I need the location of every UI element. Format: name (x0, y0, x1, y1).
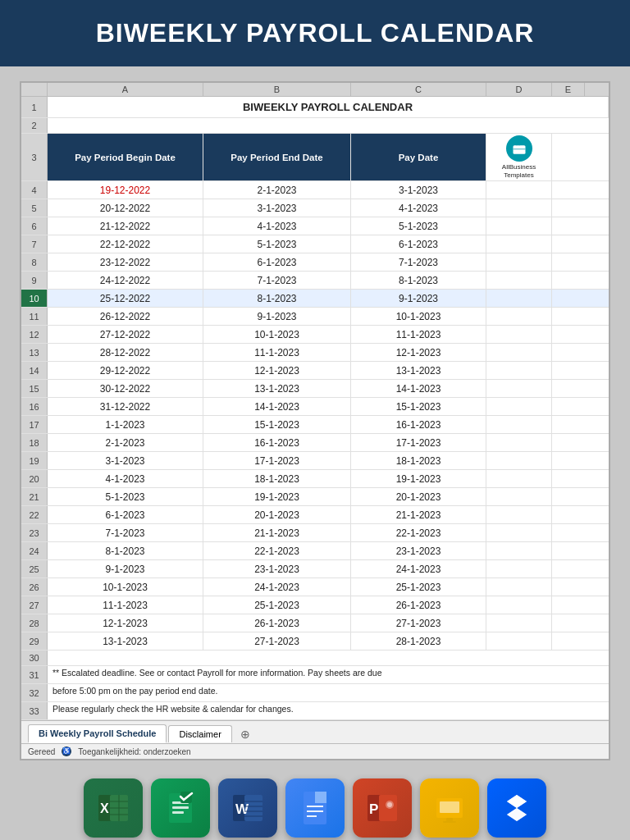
table-row: 5 20-12-2022 3-1-2023 4-1-2023 (21, 199, 609, 217)
sheets-icon-button[interactable] (151, 778, 210, 838)
status-bar: Gereed ♿ Toegankelijkheid: onderzoeken (21, 743, 609, 759)
cell-pay-date: 7-1-2023 (351, 253, 486, 271)
spreadsheet-container: A B C D E 1 BIWEEKLY PAYROLL CALENDAR 2 … (20, 81, 610, 760)
docs-icon-button[interactable] (285, 778, 345, 838)
cell-end-date: 27-1-2023 (203, 632, 351, 650)
row-num-20: 20 (21, 470, 48, 487)
cell-begin-date: 20-12-2022 (48, 199, 203, 217)
cell-d (486, 199, 552, 217)
row-2: 2 (21, 118, 609, 134)
cell-end-date: 14-1-2023 (203, 398, 351, 415)
row-num-24: 24 (21, 542, 48, 559)
slides-icon-button[interactable] (420, 778, 479, 838)
cell-d (486, 380, 552, 397)
cell-d (486, 452, 552, 469)
cell-pay-date: 5-1-2023 (351, 217, 486, 235)
row-num-header (21, 83, 48, 96)
logo-cell: AllBusinessTemplates (486, 134, 552, 180)
cell-end-date: 15-1-2023 (203, 416, 351, 433)
table-row: 6 21-12-2022 4-1-2023 5-1-2023 (21, 217, 609, 235)
svg-point-30 (387, 802, 392, 807)
cell-pay-date: 12-1-2023 (351, 344, 486, 361)
cell-d (486, 398, 552, 415)
cell-begin-date: 29-12-2022 (48, 362, 203, 379)
col-c-header: C (351, 83, 486, 96)
cell-pay-date: 10-1-2023 (351, 308, 486, 325)
col-b-header: B (203, 83, 351, 96)
word-icon-button[interactable]: W (218, 778, 277, 838)
cell-end-date: 19-1-2023 (203, 488, 351, 505)
cell-d (486, 344, 552, 361)
powerpoint-icon-button[interactable]: P (353, 778, 412, 838)
cell-begin-date: 11-1-2023 (48, 596, 203, 614)
cell-pay-date: 26-1-2023 (351, 596, 486, 614)
cell-d (486, 506, 552, 523)
svg-rect-22 (315, 792, 326, 803)
table-row: 14 29-12-2022 12-1-2023 13-1-2023 (21, 362, 609, 380)
dropbox-icon-button[interactable] (487, 778, 546, 838)
cell-end-date: 3-1-2023 (203, 199, 351, 217)
logo-icon (506, 135, 532, 162)
cell-end-date: 9-1-2023 (203, 308, 351, 325)
cell-d (486, 560, 552, 578)
cell-d (486, 542, 552, 559)
cell-end-date: 10-1-2023 (203, 326, 351, 343)
cell-pay-date: 18-1-2023 (351, 452, 486, 469)
col-e-header: E (552, 83, 585, 96)
cell-begin-date: 2-1-2023 (48, 434, 203, 451)
table-row: 19 3-1-2023 17-1-2023 18-1-2023 (21, 452, 609, 470)
cell-end-date: 11-1-2023 (203, 344, 351, 361)
row-num-5: 5 (21, 199, 48, 217)
note-row: 33 Please regularly check the HR website… (21, 702, 609, 720)
cell-d (486, 614, 552, 632)
table-row: 25 9-1-2023 23-1-2023 24-1-2023 (21, 560, 609, 578)
cell-d (486, 253, 552, 271)
table-row: 28 12-1-2023 26-1-2023 27-1-2023 (21, 614, 609, 632)
table-row: 23 7-1-2023 21-1-2023 22-1-2023 (21, 524, 609, 542)
row-num-25: 25 (21, 560, 48, 578)
column-headers-row: A B C D E (21, 83, 609, 97)
tab-biweekly[interactable]: Bi Weekly Payroll Schedule (28, 724, 167, 743)
table-row: 27 11-1-2023 25-1-2023 26-1-2023 (21, 596, 609, 614)
cell-begin-date: 6-1-2023 (48, 506, 203, 523)
header-row: 3 Pay Period Begin Date Pay Period End D… (21, 134, 609, 181)
cell-pay-date: 21-1-2023 (351, 506, 486, 523)
row-num-23: 23 (21, 524, 48, 541)
cell-begin-date: 19-12-2022 (48, 181, 203, 199)
row-num-3: 3 (21, 134, 48, 180)
table-row: 15 30-12-2022 13-1-2023 14-1-2023 (21, 380, 609, 398)
cell-end-date: 4-1-2023 (203, 217, 351, 235)
note-text: ** Escalated deadline. See or contact Pa… (48, 666, 609, 683)
row-num-11: 11 (21, 308, 48, 325)
cell-begin-date: 24-12-2022 (48, 272, 203, 289)
row-num-28: 28 (21, 614, 48, 632)
row-num-13: 13 (21, 344, 48, 361)
cell-d (486, 235, 552, 253)
cell-end-date: 18-1-2023 (203, 470, 351, 487)
cell-end-date: 6-1-2023 (203, 253, 351, 271)
cell-begin-date: 9-1-2023 (48, 560, 203, 578)
svg-rect-34 (443, 821, 456, 823)
row-num-30: 30 (21, 651, 48, 665)
table-row: 8 23-12-2022 6-1-2023 7-1-2023 (21, 253, 609, 272)
cell-pay-date: 25-1-2023 (351, 578, 486, 596)
table-row: 26 10-1-2023 24-1-2023 25-1-2023 (21, 578, 609, 596)
cell-begin-date: 23-12-2022 (48, 253, 203, 271)
row-num-note: 31 (21, 666, 48, 683)
note-text: Please regularly check the HR website & … (48, 702, 609, 719)
row-num-22: 22 (21, 506, 48, 523)
cell-d (486, 308, 552, 325)
tab-add-button[interactable]: ⊕ (234, 725, 257, 743)
cell-d (486, 290, 552, 307)
excel-icon-button[interactable]: X (84, 778, 143, 838)
row-num-note: 32 (21, 684, 48, 701)
cell-d (486, 596, 552, 614)
word-svg: W (230, 790, 266, 826)
cell-begin-date: 3-1-2023 (48, 452, 203, 469)
tab-disclaimer[interactable]: Disclaimer (168, 725, 231, 742)
row-num-29: 29 (21, 632, 48, 650)
table-row: 12 27-12-2022 10-1-2023 11-1-2023 (21, 326, 609, 344)
cell-d (486, 362, 552, 379)
cell-end-date: 26-1-2023 (203, 614, 351, 632)
cell-begin-date: 13-1-2023 (48, 632, 203, 650)
